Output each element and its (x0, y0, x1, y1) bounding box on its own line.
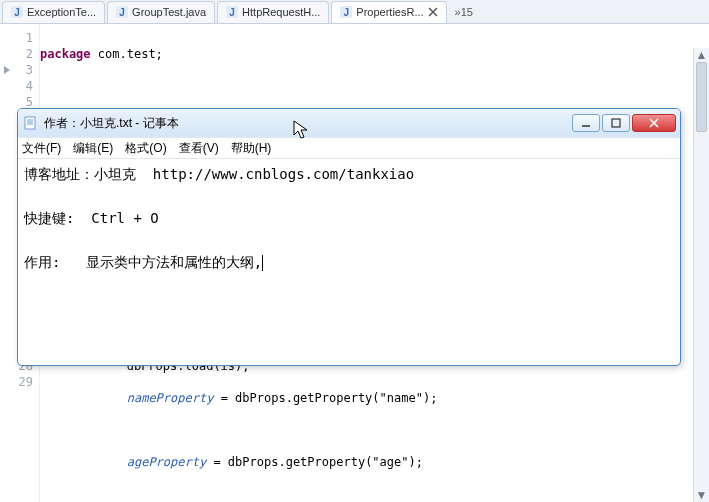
minimize-button[interactable] (572, 114, 600, 132)
line-number: 29 (0, 374, 39, 390)
java-file-icon: J (340, 6, 352, 18)
menu-edit[interactable]: 编辑(E) (73, 140, 113, 157)
scroll-down-icon[interactable]: ▼ (694, 488, 709, 502)
menu-view[interactable]: 查看(V) (179, 140, 219, 157)
tab-grouptest[interactable]: J GroupTest.java (107, 1, 215, 23)
menu-format[interactable]: 格式(O) (125, 140, 166, 157)
maximize-button[interactable] (602, 114, 630, 132)
java-file-icon: J (116, 6, 128, 18)
tab-label: HttpRequestH... (242, 6, 320, 18)
code-line: nameProperty = dbProps.getProperty("name… (40, 390, 437, 406)
line-number: 2 (0, 46, 39, 62)
code-line: package com.test; (40, 46, 242, 62)
text-line: 快捷键: Ctrl + O (24, 207, 674, 229)
close-icon[interactable] (428, 7, 438, 17)
menu-help[interactable]: 帮助(H) (231, 140, 272, 157)
code-line (40, 422, 437, 438)
text-line: 博客地址：小坦克 http://www.cnblogs.com/tankxiao (24, 163, 674, 185)
tab-label: PropertiesR... (356, 6, 423, 18)
editor-tabbar: J ExceptionTe... J GroupTest.java J Http… (0, 0, 709, 24)
java-file-icon: J (11, 6, 23, 18)
scroll-up-icon[interactable]: ▲ (694, 48, 709, 62)
code-line: ageProperty = dbProps.getProperty("age")… (40, 454, 437, 470)
tab-properties[interactable]: J PropertiesR... (331, 1, 446, 23)
line-number: 4 (0, 78, 39, 94)
tab-httprequest[interactable]: J HttpRequestH... (217, 1, 329, 23)
tab-exception[interactable]: J ExceptionTe... (2, 1, 105, 23)
window-controls (572, 114, 676, 132)
svg-rect-0 (25, 117, 35, 129)
notepad-textarea[interactable]: 博客地址：小坦克 http://www.cnblogs.com/tankxiao… (18, 159, 680, 365)
scrollbar-thumb[interactable] (696, 62, 707, 132)
notepad-title: 作者：小坦克.txt - 记事本 (44, 115, 572, 132)
line-number: 3 (0, 62, 39, 78)
line-number: 1 (0, 30, 39, 46)
tab-label: ExceptionTe... (27, 6, 96, 18)
menu-file[interactable]: 文件(F) (22, 140, 61, 157)
notepad-icon (22, 115, 38, 131)
text-line (24, 185, 674, 207)
java-file-icon: J (226, 6, 238, 18)
text-line: 作用: 显示类中方法和属性的大纲, (24, 251, 674, 273)
notepad-window[interactable]: 作者：小坦克.txt - 记事本 文件(F) 编辑(E) 格式(O) 查看(V)… (17, 108, 681, 366)
notepad-titlebar[interactable]: 作者：小坦克.txt - 记事本 (18, 109, 680, 137)
code-line (40, 78, 242, 94)
text-line (24, 229, 674, 251)
tab-label: GroupTest.java (132, 6, 206, 18)
notepad-menubar: 文件(F) 编辑(E) 格式(O) 查看(V) 帮助(H) (18, 137, 680, 159)
close-button[interactable] (632, 114, 676, 132)
more-tabs-button[interactable]: »15 (449, 6, 479, 18)
svg-rect-1 (612, 119, 620, 127)
vertical-scrollbar[interactable]: ▲ ▼ (693, 48, 709, 502)
text-cursor (262, 255, 263, 271)
